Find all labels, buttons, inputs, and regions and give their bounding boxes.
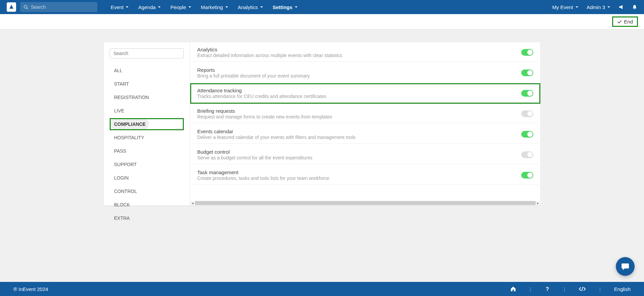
sidebar-item-wrap: SUPPORT <box>110 158 184 170</box>
setting-title: Analytics <box>197 47 342 52</box>
sidebar-item-compliance[interactable]: COMPLIANCE <box>111 119 149 129</box>
setting-text: AnalyticsExtract detailed information ac… <box>197 47 342 58</box>
global-search-input[interactable] <box>31 4 91 10</box>
sidebar-item-wrap: CONTROL <box>110 185 184 197</box>
code-icon[interactable] <box>579 286 586 292</box>
event-selector-label: My Event <box>552 4 573 10</box>
chevron-down-icon <box>607 5 610 9</box>
settings-panel: ALLSTARTREGISTRATIONLIVECOMPLIANCEHOSPIT… <box>104 42 540 205</box>
nav-item-label: Analytics <box>238 4 258 10</box>
global-search[interactable] <box>20 2 97 12</box>
sidebar-item-pass[interactable]: PASS <box>111 146 183 156</box>
setting-toggle[interactable] <box>521 49 533 56</box>
help-icon[interactable]: ? <box>544 286 550 292</box>
setting-row: Task managementCreate procedures, tasks … <box>191 166 539 185</box>
sidebar-search-input[interactable] <box>110 48 184 58</box>
setting-desc: Tracks attendance for CEU credits and at… <box>197 94 326 99</box>
notifications-icon[interactable] <box>632 4 637 10</box>
sidebar-item-wrap: REGISTRATION <box>110 91 184 103</box>
nav-item-label: Settings <box>273 4 292 10</box>
horizontal-scrollbar[interactable]: ◄ ► <box>190 201 540 205</box>
setting-text: Attendance trackingTracks attendance for… <box>197 88 326 99</box>
setting-toggle[interactable] <box>521 172 533 179</box>
scroll-track[interactable] <box>195 201 536 205</box>
nav-item-people[interactable]: People <box>170 4 192 10</box>
nav-item-label: Event <box>111 4 123 10</box>
chevron-down-icon <box>158 5 161 9</box>
nav-item-label: Agenda <box>138 4 156 10</box>
setting-desc: Create procedures, tasks and todo lists … <box>197 176 329 181</box>
end-button-label: End <box>624 19 633 24</box>
sidebar-item-wrap: LOGIN <box>110 172 184 184</box>
event-selector[interactable]: My Event <box>552 4 579 10</box>
setting-toggle[interactable] <box>521 151 533 158</box>
nav-item-settings[interactable]: Settings <box>273 4 298 10</box>
setting-text: Budget controlServe as a budget control … <box>197 149 312 160</box>
sidebar-item-wrap: HOSPITALITY <box>110 132 184 144</box>
toggle-knob <box>527 50 533 55</box>
sidebar-list: ALLSTARTREGISTRATIONLIVECOMPLIANCEHOSPIT… <box>110 64 184 224</box>
sidebar-item-support[interactable]: SUPPORT <box>111 159 183 169</box>
nav-item-agenda[interactable]: Agenda <box>138 4 161 10</box>
sidebar-item-block[interactable]: BLOCK <box>111 200 183 210</box>
toggle-knob <box>527 132 533 137</box>
language-selector[interactable]: English <box>614 286 631 292</box>
sidebar-item-control[interactable]: CONTROL <box>111 186 183 196</box>
setting-desc: Request and manage forms to create new e… <box>197 114 332 119</box>
setting-title: Attendance tracking <box>197 88 326 93</box>
setting-desc: Serve as a budget control for all the ev… <box>197 155 312 160</box>
setting-toggle[interactable] <box>521 131 533 138</box>
home-icon[interactable] <box>510 286 516 292</box>
announcements-icon[interactable] <box>619 4 624 10</box>
sidebar-item-live[interactable]: LIVE <box>111 106 183 116</box>
setting-desc: Extract detailed information across mult… <box>197 53 342 58</box>
chevron-down-icon <box>294 5 298 9</box>
nav-item-analytics[interactable]: Analytics <box>238 4 263 10</box>
check-icon <box>617 19 622 24</box>
sidebar-item-wrap: PASS <box>110 145 184 157</box>
logo-icon <box>9 4 14 10</box>
main-area: ALLSTARTREGISTRATIONLIVECOMPLIANCEHOSPIT… <box>0 30 644 205</box>
setting-toggle[interactable] <box>521 90 533 97</box>
svg-line-1 <box>27 8 28 9</box>
scroll-right-arrow[interactable]: ► <box>536 201 540 205</box>
chevron-down-icon <box>575 5 579 9</box>
toggle-knob <box>527 111 533 116</box>
right-nav: My Event Admin 3 <box>552 4 637 10</box>
setting-desc: Deliver a featured calendar of your even… <box>197 135 356 140</box>
setting-row-wrap: ReportsBring a full printable document o… <box>190 63 540 83</box>
chevron-down-icon <box>188 5 192 9</box>
sidebar-item-registration[interactable]: REGISTRATION <box>111 92 183 102</box>
chat-launcher[interactable] <box>616 257 635 276</box>
end-button[interactable]: End <box>612 16 638 27</box>
sidebar-item-wrap: ALL <box>110 64 184 77</box>
sidebar-item-start[interactable]: START <box>111 79 183 89</box>
chevron-down-icon <box>225 5 228 9</box>
sidebar-item-wrap: COMPLIANCE <box>110 118 184 130</box>
sidebar-item-login[interactable]: LOGIN <box>111 173 183 183</box>
logo[interactable] <box>7 2 16 12</box>
svg-point-0 <box>24 5 27 8</box>
nav-item-marketing[interactable]: Marketing <box>201 4 228 10</box>
setting-toggle[interactable] <box>521 110 533 117</box>
sidebar-item-all[interactable]: ALL <box>111 65 183 76</box>
topbar: EventAgendaPeopleMarketingAnalyticsSetti… <box>0 0 644 14</box>
svg-text:?: ? <box>546 286 549 292</box>
nav-item-event[interactable]: Event <box>111 4 129 10</box>
sidebar-item-wrap: BLOCK <box>110 199 184 211</box>
sidebar-item-extra[interactable]: EXTRA <box>111 213 183 223</box>
setting-text: ReportsBring a full printable document o… <box>197 67 310 79</box>
setting-row-wrap: AnalyticsExtract detailed information ac… <box>190 42 540 63</box>
copyright: ® InEvent 2024 <box>13 286 48 292</box>
chevron-down-icon <box>125 5 129 9</box>
user-menu[interactable]: Admin 3 <box>587 4 610 10</box>
setting-row: Budget controlServe as a budget control … <box>191 146 539 164</box>
setting-title: Task management <box>197 169 329 175</box>
scroll-left-arrow[interactable]: ◄ <box>190 201 195 205</box>
setting-toggle[interactable] <box>521 69 533 76</box>
setting-desc: Bring a full printable document of your … <box>197 73 310 79</box>
setting-row: ReportsBring a full printable document o… <box>191 64 539 82</box>
setting-text: Task managementCreate procedures, tasks … <box>197 169 329 181</box>
sidebar-item-hospitality[interactable]: HOSPITALITY <box>111 133 183 143</box>
toggle-knob <box>527 172 533 178</box>
